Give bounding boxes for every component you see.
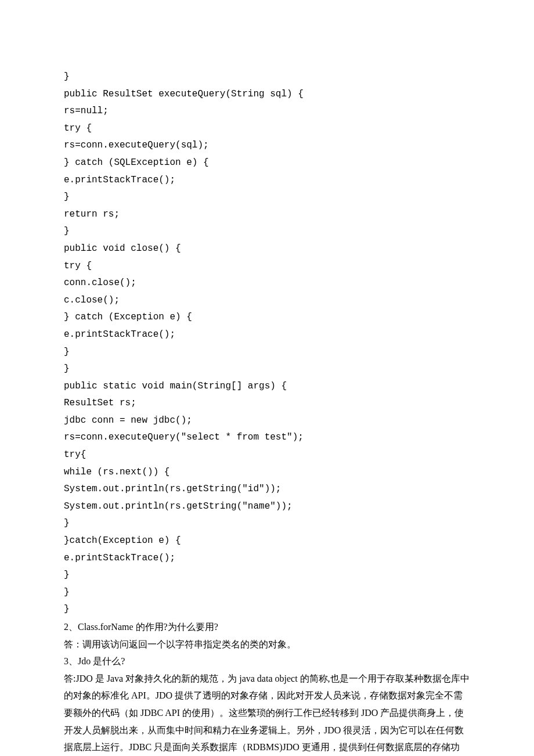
code-line: e.printStackTrace();: [64, 326, 470, 344]
code-line: }: [64, 567, 470, 584]
document-page: }public ResultSet executeQuery(String sq…: [0, 0, 534, 756]
code-line: System.out.println(rs.getString("name"))…: [64, 498, 470, 516]
code-line: c.close();: [64, 292, 470, 309]
code-line: } catch (Exception e) {: [64, 309, 470, 326]
code-line: try {: [64, 120, 470, 138]
code-line: rs=conn.executeQuery(sql);: [64, 137, 470, 154]
code-line: }: [64, 223, 470, 240]
code-line: public static void main(String[] args) {: [64, 378, 470, 395]
code-line: conn.close();: [64, 275, 470, 292]
code-line: }catch(Exception e) {: [64, 532, 470, 550]
code-line: }: [64, 584, 470, 602]
code-line: }: [64, 189, 470, 206]
code-line: public void close() {: [64, 240, 470, 258]
code-line: }: [64, 69, 470, 86]
code-line: }: [64, 361, 470, 378]
code-line: try {: [64, 258, 470, 275]
code-line: e.printStackTrace();: [64, 550, 470, 567]
text-line: 答：调用该访问返回一个以字符串指定类名的类的对象。: [64, 636, 470, 653]
code-line: ResultSet rs;: [64, 395, 470, 412]
code-line: }: [64, 344, 470, 361]
code-line: System.out.println(rs.getString("id"));: [64, 481, 470, 498]
text-line: 答:JDO 是 Java 对象持久化的新的规范，为 java data obje…: [64, 670, 470, 756]
code-line: try{: [64, 447, 470, 464]
code-line: jdbc conn = new jdbc();: [64, 412, 470, 430]
code-line: e.printStackTrace();: [64, 172, 470, 189]
text-line: 2、Class.forName 的作用?为什么要用?: [64, 618, 470, 636]
code-line: rs=conn.executeQuery("select * from test…: [64, 429, 470, 447]
code-line: return rs;: [64, 206, 470, 224]
text-line: 3、Jdo 是什么?: [64, 653, 470, 670]
code-line: public ResultSet executeQuery(String sql…: [64, 86, 470, 103]
code-line: while (rs.next()) {: [64, 464, 470, 481]
code-line: }: [64, 601, 470, 618]
code-line: }: [64, 515, 470, 532]
code-line: } catch (SQLException e) {: [64, 154, 470, 172]
code-line: rs=null;: [64, 103, 470, 120]
